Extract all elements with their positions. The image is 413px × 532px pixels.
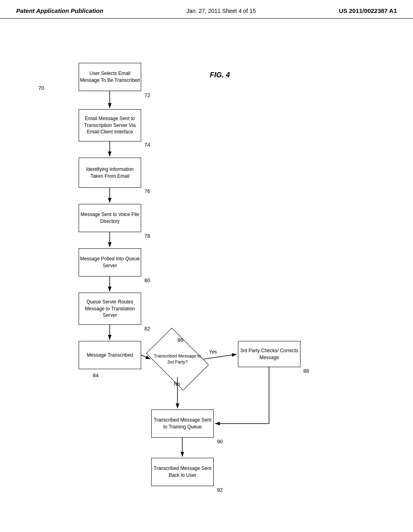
- diagram-area: FIG. 4 70 User Selects Email Message To …: [0, 19, 413, 518]
- box-training-queue: Transcribed Message Sent to Training Que…: [151, 409, 214, 438]
- ref-80: 80: [144, 277, 150, 283]
- box-message-polled: Message Polled Into Queue Server: [79, 248, 141, 276]
- ref-76: 76: [144, 188, 150, 194]
- no-label: No: [174, 381, 180, 387]
- header-left: Patent Application Publication: [16, 7, 103, 14]
- ref-72: 72: [144, 92, 150, 98]
- box-queue-server: Queue Server Routes Message to Translati…: [79, 293, 141, 325]
- box-identifying-info: Identifying Information Taken From Email: [79, 158, 141, 188]
- arrows-svg: [0, 19, 413, 518]
- svg-line-8: [204, 354, 237, 359]
- page-header: Patent Application Publication Jan. 27, …: [0, 0, 413, 19]
- box-user-selects: User Selects Email Message To Be Transcr…: [79, 63, 141, 91]
- ref-86: 86: [177, 337, 183, 343]
- diamond-3rd-party: Transcribed Message to 3rd Party?: [151, 341, 204, 377]
- ref-90: 90: [217, 438, 223, 445]
- fig-label: FIG. 4: [210, 71, 230, 79]
- ref-82: 82: [144, 326, 150, 332]
- box-voice-file: Message Sent to Voice File Directory: [79, 204, 141, 232]
- ref-70: 70: [38, 85, 44, 91]
- box-3rd-party: 3rd Party Checks/ Corrects Message: [238, 341, 300, 367]
- ref-88: 88: [303, 368, 309, 374]
- yes-label: Yes: [209, 349, 217, 355]
- ref-74: 74: [144, 142, 150, 148]
- box-sent-back: Transcribed Message Sent Back to User: [151, 458, 214, 486]
- header-center: Jan. 27, 2011 Sheet 4 of 15: [186, 8, 256, 14]
- ref-78: 78: [144, 233, 150, 239]
- box-email-sent: Email Message Sent to Transcription Serv…: [79, 109, 141, 141]
- header-right: US 2011/0022387 A1: [339, 7, 397, 14]
- ref-92: 92: [217, 487, 223, 493]
- ref-84: 84: [93, 372, 98, 378]
- box-message-transcribed: Message Transcribed: [79, 341, 141, 369]
